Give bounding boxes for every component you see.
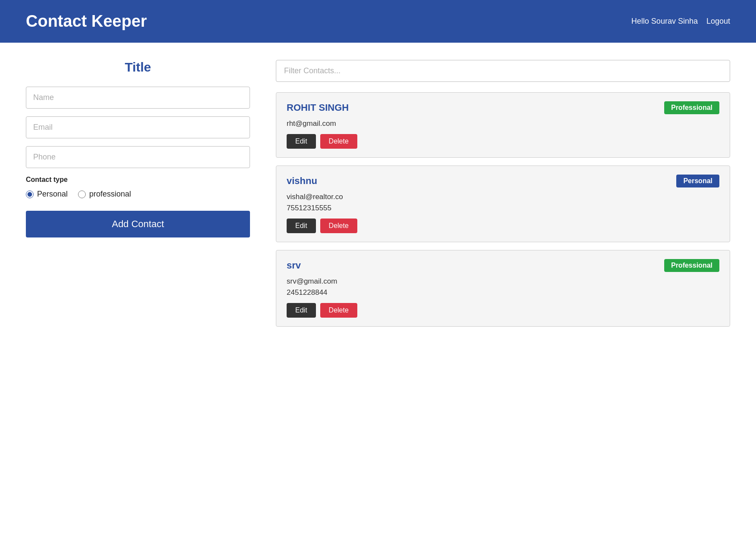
card-header: srv Professional <box>287 259 719 272</box>
contact-card: vishnu Personal vishal@realtor.co 755123… <box>276 166 730 242</box>
contact-card: srv Professional srv@gmail.com 245122884… <box>276 250 730 327</box>
contact-card: ROHIT SINGH Professional rht@gmail.com E… <box>276 92 730 158</box>
contact-email: rht@gmail.com <box>287 119 719 128</box>
contact-phone: 75512315555 <box>287 204 719 212</box>
contact-type-badge: Professional <box>664 101 719 114</box>
email-input[interactable] <box>26 116 250 138</box>
edit-button[interactable]: Edit <box>287 219 316 233</box>
contact-type-label: Contact type <box>26 176 250 184</box>
logout-link[interactable]: Logout <box>706 17 730 26</box>
contact-type-radio-group: Personal professional <box>26 190 250 199</box>
greeting-text: Hello Sourav Sinha <box>631 17 698 26</box>
main-content: Title Contact type Personal professional… <box>0 43 756 352</box>
delete-button[interactable]: Delete <box>320 219 357 233</box>
contact-email: srv@gmail.com <box>287 277 719 286</box>
filter-contacts-input[interactable] <box>276 60 730 82</box>
add-contact-button[interactable]: Add Contact <box>26 211 250 237</box>
contact-email: vishal@realtor.co <box>287 193 719 201</box>
form-title: Title <box>26 60 250 75</box>
contact-type-badge: Personal <box>676 175 719 187</box>
contact-name: ROHIT SINGH <box>287 102 349 113</box>
edit-button[interactable]: Edit <box>287 303 316 318</box>
card-actions: Edit Delete <box>287 303 719 318</box>
radio-professional-label: professional <box>89 190 131 199</box>
phone-input[interactable] <box>26 146 250 168</box>
radio-personal-input[interactable] <box>26 190 34 198</box>
edit-button[interactable]: Edit <box>287 134 316 149</box>
radio-personal-label: Personal <box>37 190 68 199</box>
header-right: Hello Sourav Sinha Logout <box>631 17 730 26</box>
name-input[interactable] <box>26 87 250 109</box>
radio-professional-option[interactable]: professional <box>78 190 131 199</box>
contact-type-badge: Professional <box>664 259 719 272</box>
card-actions: Edit Delete <box>287 134 719 149</box>
add-contact-panel: Title Contact type Personal professional… <box>26 60 250 334</box>
contact-phone: 2451228844 <box>287 288 719 297</box>
app-title: Contact Keeper <box>26 12 147 31</box>
contact-name: vishnu <box>287 175 317 187</box>
contacts-panel: ROHIT SINGH Professional rht@gmail.com E… <box>276 60 730 334</box>
radio-personal-option[interactable]: Personal <box>26 190 68 199</box>
contact-name: srv <box>287 260 301 271</box>
card-header: ROHIT SINGH Professional <box>287 101 719 114</box>
delete-button[interactable]: Delete <box>320 303 357 318</box>
app-header: Contact Keeper Hello Sourav Sinha Logout <box>0 0 756 43</box>
radio-professional-input[interactable] <box>78 190 86 198</box>
contacts-list: ROHIT SINGH Professional rht@gmail.com E… <box>276 92 730 327</box>
card-actions: Edit Delete <box>287 219 719 233</box>
card-header: vishnu Personal <box>287 175 719 187</box>
delete-button[interactable]: Delete <box>320 134 357 149</box>
